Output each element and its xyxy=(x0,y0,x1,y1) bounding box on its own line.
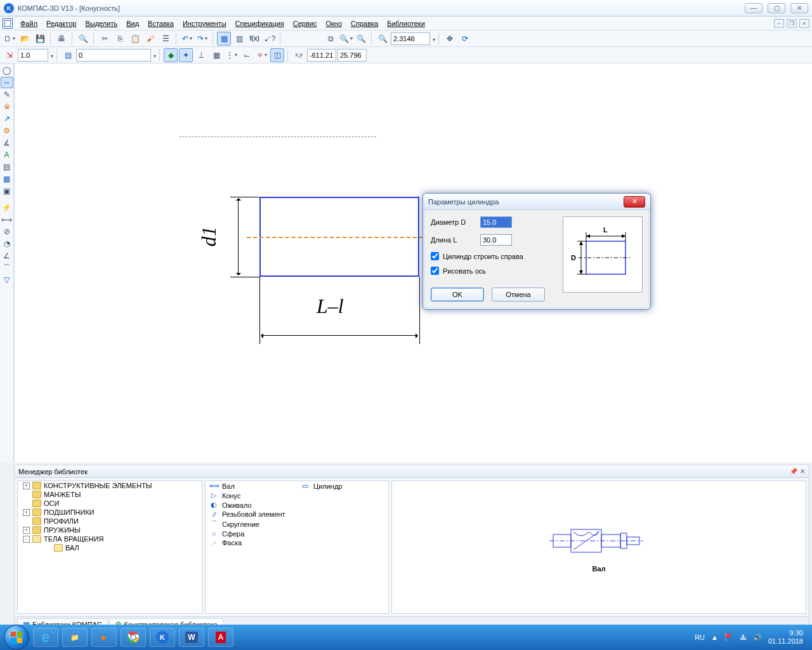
cut-button[interactable]: ✂ xyxy=(98,32,112,46)
tray-flag-icon[interactable]: 🚩 xyxy=(724,633,733,642)
task-word-icon[interactable]: W xyxy=(179,628,204,647)
library-item-list[interactable]: ⟺Вал▷Конус◐Оживало⫽Резьбовой элемент⌒Скр… xyxy=(205,481,389,614)
mdi-minimize-button[interactable]: – xyxy=(774,19,784,28)
grid-drop-button[interactable]: ⋮ xyxy=(225,48,239,62)
snap-end-button[interactable]: ◆ xyxy=(164,48,178,62)
tool-text-icon[interactable]: ✎ xyxy=(1,89,13,100)
menu-spec[interactable]: Спецификация xyxy=(232,18,288,29)
tree-item[interactable]: +КОНСТРУКТИВНЫЕ ЭЛЕМЕНТЫ xyxy=(18,481,202,490)
tree-item[interactable]: +ПРУЖИНЫ xyxy=(18,526,202,534)
tool-radial-dim-icon[interactable]: ◔ xyxy=(1,238,13,249)
list-item[interactable]: ⌒Скругление xyxy=(206,519,297,529)
tray-sound-icon[interactable]: 🔊 xyxy=(753,633,762,642)
list-item[interactable]: ⟺Вал xyxy=(206,481,297,491)
menu-help[interactable]: Справка xyxy=(347,18,382,29)
draw-axis-checkbox[interactable] xyxy=(431,267,439,275)
task-ie-icon[interactable]: e xyxy=(33,628,58,647)
tool-insert-icon[interactable]: ▣ xyxy=(1,185,13,197)
zoom-in-button[interactable]: 🔍 xyxy=(376,32,390,46)
step-cursor-icon[interactable]: ⇲ xyxy=(3,48,16,62)
window-close-button[interactable]: ✕ xyxy=(790,3,808,13)
tree-item[interactable]: -ТЕЛА ВРАЩЕНИЯ xyxy=(18,534,202,543)
panel-pin-icon[interactable]: 📌 xyxy=(790,468,797,475)
tool-height-dim-icon[interactable]: ▽ xyxy=(1,274,13,286)
tool-diam-dim-icon[interactable]: ⊘ xyxy=(1,226,13,237)
tool-measure-icon[interactable]: ∡ xyxy=(1,137,13,149)
paste-button[interactable]: 📋 xyxy=(128,32,142,46)
snap-mid-button[interactable]: ✦ xyxy=(179,48,193,62)
tool-report-icon[interactable]: ▦ xyxy=(1,173,13,185)
rebuild-button[interactable]: ⟳ xyxy=(458,32,472,46)
tray-network-icon[interactable]: 🖧 xyxy=(740,633,747,641)
list-item[interactable]: ⫽Резьбовой элемент xyxy=(206,510,297,519)
window-maximize-button[interactable]: ▢ xyxy=(768,3,785,13)
menu-libraries[interactable]: Библиотеки xyxy=(383,18,429,29)
tree-item[interactable]: +ПОДШИПНИКИ xyxy=(18,508,202,517)
diameter-input[interactable] xyxy=(480,216,512,228)
tool-auto-dim-icon[interactable]: ⚡ xyxy=(1,202,13,213)
tree-item[interactable]: ПРОФИЛИ xyxy=(18,517,202,526)
tool-symbols-icon[interactable]: ※ xyxy=(1,101,13,112)
undo-button[interactable]: ↶ xyxy=(180,32,194,46)
menu-file[interactable]: Файл xyxy=(16,18,41,29)
library-tree[interactable]: +КОНСТРУКТИВНЫЕ ЭЛЕМЕНТЫ МАНЖЕТЫ ОСИ+ПОД… xyxy=(17,481,202,614)
open-button[interactable]: 📂 xyxy=(18,32,32,46)
lcs-button[interactable]: ⌙ xyxy=(240,48,254,62)
zoom-dropdown-button[interactable]: 🔍 xyxy=(339,32,353,46)
menu-select[interactable]: Выделить xyxy=(81,18,121,29)
length-input[interactable] xyxy=(480,234,512,246)
variables-button[interactable]: ▥ xyxy=(232,32,246,46)
dialog-close-button[interactable]: ✕ xyxy=(624,196,645,208)
snap-toggle-button[interactable]: ◫ xyxy=(270,48,284,62)
coord-y-input[interactable] xyxy=(337,49,367,62)
dialog-titlebar[interactable]: Параметры цилиндра ✕ xyxy=(423,194,650,210)
grid-button[interactable]: ▦ xyxy=(209,48,223,62)
redo-button[interactable]: ↷ xyxy=(195,32,209,46)
ortho-button[interactable]: ⊥ xyxy=(194,48,208,62)
tray-up-icon[interactable]: ▲ xyxy=(711,633,718,641)
drawing-canvas[interactable]: d1 L–l xyxy=(14,63,812,462)
tool-geometry-icon[interactable]: ◯ xyxy=(1,65,13,76)
menu-view[interactable]: Вид xyxy=(122,18,143,29)
list-item[interactable]: ▭Цилиндр xyxy=(297,481,388,491)
task-chrome-icon[interactable] xyxy=(121,628,146,647)
task-kompas-icon[interactable]: K xyxy=(150,628,175,647)
save-button[interactable]: 💾 xyxy=(33,32,47,46)
step-input[interactable] xyxy=(18,49,48,62)
zoom-prev-button[interactable]: 🔍 xyxy=(354,32,368,46)
tray-lang[interactable]: RU xyxy=(695,633,705,641)
menu-window[interactable]: Окно xyxy=(322,18,346,29)
coord-x-input[interactable] xyxy=(307,49,336,62)
properties-button[interactable]: ☰ xyxy=(159,32,173,46)
task-acrobat-icon[interactable]: A xyxy=(208,628,233,647)
task-explorer-icon[interactable]: 📁 xyxy=(62,628,88,647)
panel-close-icon[interactable]: ✕ xyxy=(800,468,805,475)
pan-button[interactable]: ✥ xyxy=(443,32,457,46)
tool-select-icon[interactable]: A xyxy=(1,149,13,161)
menu-service[interactable]: Сервис xyxy=(289,18,321,29)
list-item[interactable]: ◐Оживало xyxy=(206,500,297,510)
tree-item[interactable]: МАНЖЕТЫ xyxy=(18,490,202,499)
tool-arc-dim-icon[interactable]: ⌒ xyxy=(1,262,13,274)
zoom-value-input[interactable] xyxy=(391,32,430,45)
ok-button[interactable]: OK xyxy=(431,288,484,302)
tool-edit-icon[interactable]: ↗ xyxy=(1,113,13,124)
tool-params-icon[interactable]: ⚙ xyxy=(1,125,13,136)
help-cursor-button[interactable]: ⭩? xyxy=(263,32,277,46)
zoom-value-drop[interactable] xyxy=(431,35,435,43)
tool-angle-dim-icon[interactable]: ∠ xyxy=(1,250,13,262)
menu-editor[interactable]: Редактор xyxy=(43,18,80,29)
library-manager-button[interactable]: ▦ xyxy=(217,32,231,46)
list-item[interactable]: ○Сфера xyxy=(206,529,297,538)
menu-insert[interactable]: Вставка xyxy=(144,18,178,29)
mdi-close-button[interactable]: × xyxy=(799,19,809,28)
copy-button[interactable]: ⎘ xyxy=(113,32,127,46)
system-tray[interactable]: RU ▲ 🚩 🖧 🔊 9:30 01.11.2018 xyxy=(695,629,808,646)
tool-spec-icon[interactable]: ▤ xyxy=(1,161,13,173)
tool-linear-dim-icon[interactable]: ⟷ xyxy=(1,214,13,225)
layer-input[interactable] xyxy=(76,49,151,62)
cancel-button[interactable]: Отмена xyxy=(492,288,545,302)
tree-item[interactable]: ОСИ xyxy=(18,499,202,508)
step-drop[interactable] xyxy=(49,51,53,59)
window-minimize-button[interactable]: — xyxy=(745,3,763,13)
